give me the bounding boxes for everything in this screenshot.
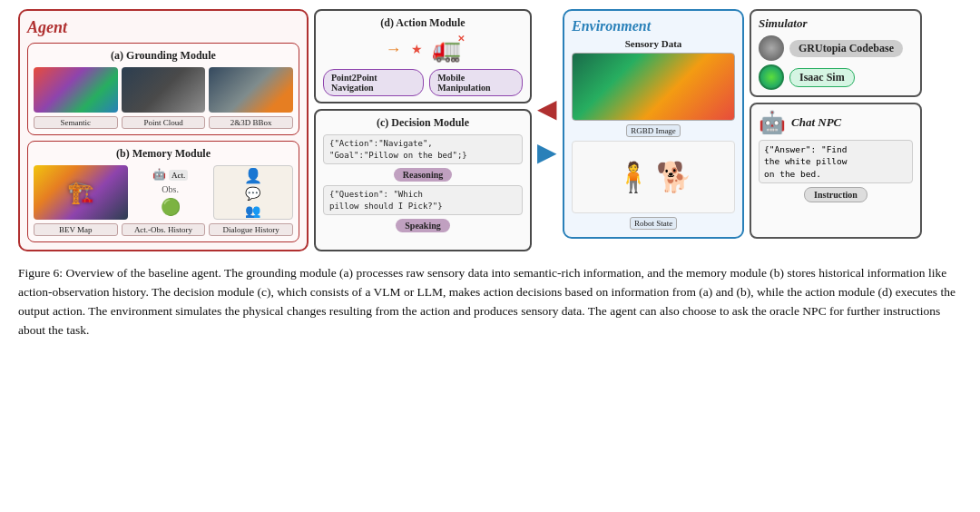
figure-caption: Figure 6: Overview of the baseline agent…	[18, 264, 962, 340]
dialogue-image: 👤 💬 👥	[213, 165, 293, 220]
person2-icon: 👥	[245, 203, 260, 219]
action-icons: → ★ 🚛 ✕	[323, 35, 523, 64]
isaac-dot	[759, 64, 784, 90]
actobs-label: Act.-Obs. History	[122, 223, 206, 236]
bevmap-label: BEV Map	[34, 223, 118, 236]
chat-header: 🤖 Chat NPC	[759, 110, 913, 135]
rgbd-label: RGBD Image	[626, 124, 681, 137]
action-buttons: Point2Point Navigation Mobile Manipulati…	[323, 69, 523, 96]
env-title: Environment	[572, 18, 735, 34]
obs-label: Obs.	[162, 184, 179, 194]
middle-column: (d) Action Module → ★ 🚛 ✕ Point2Point Na…	[314, 9, 532, 251]
dog-robot-icon: 🐕	[656, 160, 692, 194]
env-images: RGBD Image 🧍 🐕 Robot State	[572, 53, 735, 230]
environment-box: Environment Sensory Data RGBD Image 🧍 🐕 …	[563, 9, 744, 239]
green-circle-icon: 🟢	[161, 197, 181, 217]
pointcloud-label: Point Cloud	[122, 116, 206, 129]
arrow-left-icon: ◀	[537, 96, 557, 122]
agent-box: Agent (a) Grounding Module Semantic Poin…	[18, 9, 309, 251]
star-icon: ★	[411, 42, 423, 57]
memory-title: (b) Memory Module	[34, 147, 293, 161]
bev-map-image: 🏗️	[34, 165, 128, 220]
sim-item-grutopia: GRUtopia Codebase	[759, 35, 913, 61]
env-content: RGBD Image 🧍 🐕 Robot State	[572, 53, 735, 230]
memory-images: 🏗️ 🤖 Act. Obs. 🟢 👤 💬 👥	[34, 165, 293, 220]
pointcloud-image	[122, 67, 206, 113]
semantic-image	[34, 67, 118, 113]
grounding-images	[34, 67, 293, 113]
action-title: (d) Action Module	[323, 16, 523, 30]
reasoning-badge: Reasoning	[394, 168, 452, 182]
mobile-manip-btn: Mobile Manipulation	[429, 69, 523, 96]
env-right-wrapper: Environment Sensory Data RGBD Image 🧍 🐕 …	[563, 9, 962, 239]
grounding-labels: Semantic Point Cloud 2&3D BBox	[34, 116, 293, 129]
bbox-label: 2&3D BBox	[209, 116, 293, 129]
decision-title: (c) Decision Module	[323, 116, 523, 130]
robots-image: 🧍 🐕	[572, 141, 735, 213]
sensory-title: Sensory Data	[572, 38, 735, 49]
sim-title: Simulator	[759, 16, 913, 31]
dialogue-label: Dialogue History	[209, 223, 293, 236]
rgbd-image	[572, 53, 735, 121]
speaking-badge: Speaking	[396, 219, 449, 232]
chat-content: {"Answer": "Find the white pillow on the…	[759, 140, 913, 183]
sim-item-isaac: Isaac Sim	[759, 64, 913, 90]
memory-icons: 🤖 Act. Obs. 🟢	[132, 165, 210, 220]
humanoid-robot-icon: 🧍	[615, 160, 652, 194]
main-diagram: Agent (a) Grounding Module Semantic Poin…	[18, 9, 962, 251]
decision-module: (c) Decision Module {"Action":"Navigate"…	[314, 109, 532, 251]
sim-items: GRUtopia Codebase Isaac Sim	[759, 35, 913, 90]
grutopia-label: GRUtopia Codebase	[789, 40, 903, 57]
robot-state-label: Robot State	[630, 217, 677, 230]
robot-truck-icon: 🚛 ✕	[432, 35, 461, 64]
instruction-badge: Instruction	[804, 187, 867, 202]
agent-title: Agent	[27, 18, 299, 37]
grounding-module: (a) Grounding Module Semantic Point Clou…	[27, 43, 299, 135]
chat-title: Chat NPC	[791, 115, 841, 130]
isaac-label: Isaac Sim	[789, 68, 855, 87]
bev-icon: 🏗️	[67, 180, 94, 205]
decision-code1: {"Action":"Navigate", "Goal":"Pillow on …	[323, 134, 523, 164]
semantic-label: Semantic	[34, 116, 118, 129]
decision-code2: {"Question": "Which pillow should I Pick…	[323, 185, 523, 215]
robot-face-icon: 🤖	[759, 110, 786, 135]
robot-small-icon: 🤖	[152, 168, 166, 182]
memory-labels: BEV Map Act.-Obs. History Dialogue Histo…	[34, 223, 293, 236]
right-column: Simulator GRUtopia Codebase Isaac Sim	[750, 9, 922, 239]
chat-npc-box: 🤖 Chat NPC {"Answer": "Find the white pi…	[750, 103, 922, 239]
memory-module: (b) Memory Module 🏗️ 🤖 Act. Obs. 🟢 👤 💬	[27, 141, 299, 242]
arrows-col: ◀ ▶	[537, 9, 557, 251]
speech-icon: 💬	[245, 186, 260, 202]
simulator-box: Simulator GRUtopia Codebase Isaac Sim	[750, 9, 922, 97]
action-arrow-icon: →	[386, 40, 402, 59]
env-right-area: Environment Sensory Data RGBD Image 🧍 🐕 …	[563, 9, 962, 251]
grounding-title: (a) Grounding Module	[34, 49, 293, 63]
bbox-image	[209, 67, 293, 113]
act-obs-row: 🤖 Act.	[152, 168, 188, 182]
action-module: (d) Action Module → ★ 🚛 ✕ Point2Point Na…	[314, 9, 532, 103]
point2point-btn: Point2Point Navigation	[323, 69, 424, 96]
red-x-icon: ✕	[457, 34, 465, 44]
grutopia-dot	[759, 35, 784, 61]
person-icon: 👤	[244, 167, 262, 184]
act-label: Act.	[169, 170, 188, 181]
arrow-right-icon: ▶	[537, 140, 557, 165]
